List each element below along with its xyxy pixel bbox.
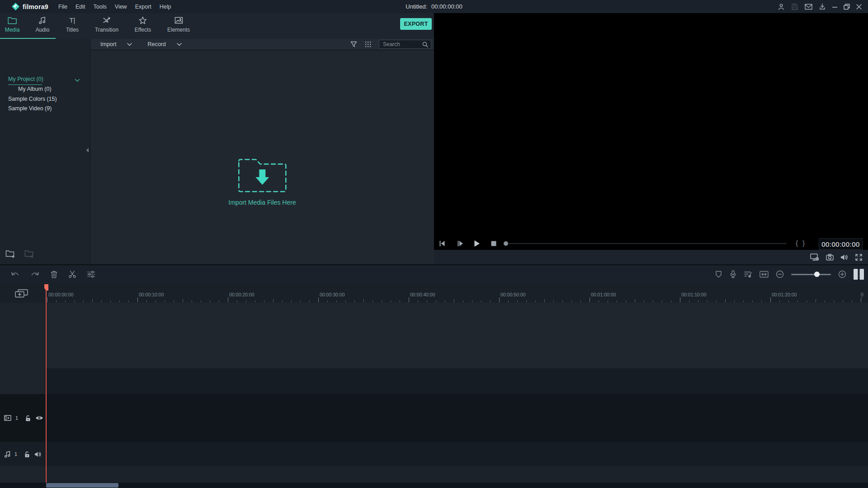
audio-track-lane[interactable] xyxy=(0,442,868,466)
menu-edit[interactable]: Edit xyxy=(75,4,85,10)
tab-transition[interactable]: Transition xyxy=(95,16,118,33)
account-icon[interactable] xyxy=(778,3,785,10)
ruler-tick xyxy=(219,300,219,302)
grid-view-icon[interactable] xyxy=(365,41,371,47)
menu-bar: filmora9 File Edit Tools View Export Hel… xyxy=(0,0,868,14)
menu-export[interactable]: Export xyxy=(135,4,151,10)
ruler-tick xyxy=(499,297,500,302)
search-input[interactable] xyxy=(382,41,422,48)
undo-icon[interactable] xyxy=(10,271,20,278)
sidebar-item-my-project[interactable]: My Project (0) xyxy=(8,76,43,82)
collapse-sidebar-icon[interactable] xyxy=(86,148,89,153)
timeline-scrollbar-thumb[interactable] xyxy=(46,483,118,488)
search-icon[interactable] xyxy=(422,42,428,47)
sidebar-item-sample-colors[interactable]: Sample Colors (15) xyxy=(8,96,57,102)
ruler-tick xyxy=(861,297,861,302)
sidebar-item-sample-video[interactable]: Sample Video (9) xyxy=(8,105,52,112)
export-button[interactable]: EXPORT xyxy=(400,18,432,30)
fit-timeline-icon[interactable] xyxy=(760,271,769,278)
audio-mixer-icon[interactable] xyxy=(744,271,752,278)
save-icon[interactable] xyxy=(791,3,798,10)
media-toolbar-right xyxy=(350,40,431,49)
voiceover-mic-icon[interactable] xyxy=(729,270,737,278)
timeline-ruler[interactable]: 00:00:00:0000:00:10:0000:00:20:0000:00:3… xyxy=(0,283,868,303)
ruler-tick xyxy=(689,300,689,302)
import-media-dropzone[interactable]: Import Media Files Here xyxy=(228,153,296,206)
tab-media[interactable]: Media xyxy=(5,16,20,33)
menu-tools[interactable]: Tools xyxy=(94,4,107,10)
tab-titles[interactable]: T| Titles xyxy=(66,16,79,33)
lock-track-icon[interactable] xyxy=(25,415,31,422)
snapshot-camera-icon[interactable] xyxy=(826,253,834,261)
feedback-mail-icon[interactable] xyxy=(805,4,812,10)
timeline-lower-area[interactable] xyxy=(0,466,868,483)
delete-folder-icon[interactable] xyxy=(24,249,34,258)
track-header-column xyxy=(0,303,45,368)
new-folder-icon[interactable] xyxy=(5,249,15,258)
timeline-track-lane-upper[interactable] xyxy=(0,368,868,394)
chevron-down-icon[interactable] xyxy=(75,79,80,82)
menu-file[interactable]: File xyxy=(58,4,67,10)
ruler-tick xyxy=(373,300,373,302)
split-scissors-icon[interactable] xyxy=(68,270,76,278)
redo-icon[interactable] xyxy=(30,271,40,278)
tab-effects[interactable]: Effects xyxy=(135,16,151,33)
record-dropdown[interactable]: Record xyxy=(147,41,181,47)
timeline-scrollbar[interactable] xyxy=(0,483,868,488)
playback-quality-icon[interactable] xyxy=(810,253,819,261)
preview-volume-icon[interactable] xyxy=(840,254,848,261)
menu-items: File Edit Tools View Export Help xyxy=(58,4,171,10)
seek-handle[interactable] xyxy=(504,241,508,246)
media-library-panel: Import Record xyxy=(90,39,434,264)
ruler-tick xyxy=(544,299,545,302)
stop-button[interactable] xyxy=(491,241,496,246)
adjust-settings-icon[interactable] xyxy=(87,271,95,278)
timeline-zoom-slider[interactable] xyxy=(791,272,831,277)
ruler-tick xyxy=(761,300,762,302)
tab-audio[interactable]: Audio xyxy=(36,16,50,33)
menu-view[interactable]: View xyxy=(115,4,127,10)
filter-icon[interactable] xyxy=(350,41,357,47)
close-button[interactable] xyxy=(856,4,862,9)
video-track-header: 1 xyxy=(0,394,45,442)
effects-star-icon xyxy=(139,16,147,24)
lock-track-icon[interactable] xyxy=(24,451,30,458)
fullscreen-icon[interactable] xyxy=(855,253,863,261)
tab-elements[interactable]: Elements xyxy=(167,16,190,33)
mark-in-out-buttons[interactable]: {} xyxy=(796,239,809,247)
import-dropdown[interactable]: Import xyxy=(100,41,132,47)
menu-help[interactable]: Help xyxy=(160,4,171,10)
panel-layout-icon[interactable] xyxy=(854,268,864,280)
zoom-in-icon[interactable] xyxy=(838,270,846,278)
sidebar-item-my-album[interactable]: My Album (0) xyxy=(18,86,52,92)
zoom-out-icon[interactable] xyxy=(776,270,784,278)
audio-track-header: 1 xyxy=(0,442,45,466)
delete-trash-icon[interactable] xyxy=(50,270,58,278)
minimize-button[interactable] xyxy=(832,4,837,9)
mute-track-icon[interactable] xyxy=(34,451,42,457)
restore-button[interactable] xyxy=(844,4,850,10)
seek-bar[interactable] xyxy=(509,243,787,244)
download-update-icon[interactable] xyxy=(819,3,826,10)
video-track-lane[interactable] xyxy=(0,394,868,442)
previous-frame-button[interactable] xyxy=(439,240,445,247)
ruler-tick xyxy=(752,300,753,302)
play-button[interactable] xyxy=(474,240,480,247)
next-frame-button[interactable] xyxy=(458,240,463,247)
titles-text-icon: T| xyxy=(69,16,75,24)
ruler-tick xyxy=(834,300,834,302)
playhead-line[interactable] xyxy=(46,284,47,483)
timeline-empty-area[interactable] xyxy=(0,303,868,368)
ruler-timecode-label: 00:01:20:00 xyxy=(772,292,797,297)
ruler-tick xyxy=(318,297,319,302)
ruler-tick xyxy=(146,300,147,302)
ruler-tick xyxy=(418,300,418,302)
manage-tracks-icon[interactable] xyxy=(14,289,28,298)
zoom-slider-handle[interactable] xyxy=(814,272,820,277)
toggle-track-visibility-icon[interactable] xyxy=(35,415,43,421)
ruler-tick xyxy=(336,300,337,302)
ruler-tick xyxy=(481,300,481,302)
ruler-tick xyxy=(65,300,66,302)
marker-icon[interactable] xyxy=(715,271,722,278)
ruler-tick xyxy=(490,300,491,302)
